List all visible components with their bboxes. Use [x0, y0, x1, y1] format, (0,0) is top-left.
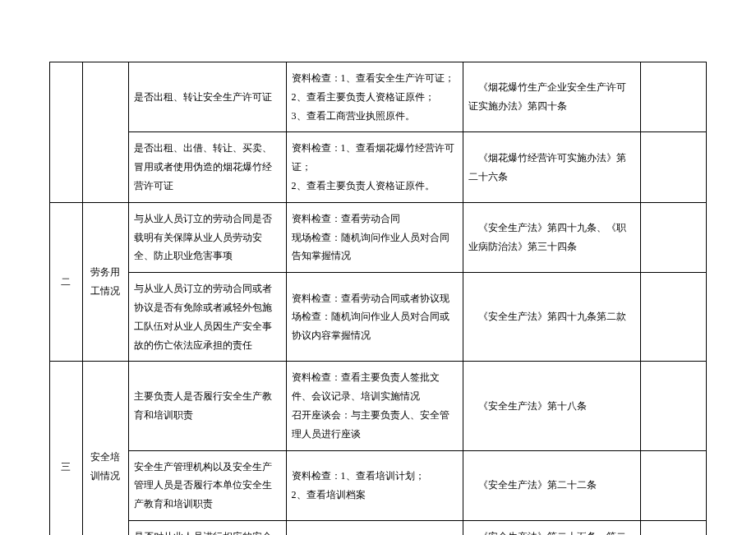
remark-cell [641, 202, 707, 272]
table-row: 是否对从业人员进行相应的安全生产教育和培训 查看培训档案，询问部分从业人员 《安… [50, 520, 707, 535]
inspection-item: 是否出租、出借、转让、买卖、冒用或者使用伪造的烟花爆竹经营许可证 [128, 132, 286, 202]
remark-cell [641, 450, 707, 520]
table-row: 三 安全培训情况 主要负责人是否履行安全生产教育和培训职责 资料检查：查看主要负… [50, 362, 707, 450]
inspection-item: 是否出租、转让安全生产许可证 [128, 62, 286, 132]
inspection-method: 资料检查：1、查看烟花爆竹经营许可证；2、查看主要负责人资格证原件。 [286, 132, 463, 202]
remark-cell [641, 362, 707, 450]
legal-basis: 《安全生产法》第二十二条 [463, 450, 641, 520]
inspection-method: 查看培训档案，询问部分从业人员 [286, 520, 463, 535]
remark-cell [641, 132, 707, 202]
legal-basis: 《安全生产法》第十八条 [463, 362, 641, 450]
inspection-method: 资料检查：查看主要负责人签批文件、会议记录、培训实施情况召开座谈会：与主要负责人… [286, 362, 463, 450]
inspection-table: 是否出租、转让安全生产许可证 资料检查：1、查看安全生产许可证；2、查看主要负责… [49, 62, 707, 535]
row-category: 劳务用工情况 [82, 202, 128, 362]
row-number [50, 62, 83, 203]
remark-cell [641, 62, 707, 132]
inspection-method: 资料检查：1、查看培训计划；2、查看培训档案 [286, 450, 463, 520]
legal-basis: 《烟花爆竹经营许可实施办法》第二十六条 [463, 132, 641, 202]
inspection-item: 与从业人员订立的劳动合同或者协议是否有免除或者减轻外包施工队伍对从业人员因生产安… [128, 273, 286, 362]
legal-basis: 《安全生产法》第四十九条、《职业病防治法》第三十四条 [463, 202, 641, 272]
legal-basis: 《安全生产法》第二十五条、第二十六条 [463, 520, 641, 535]
inspection-item: 安全生产管理机构以及安全生产管理人员是否履行本单位安全生产教育和培训职责 [128, 450, 286, 520]
inspection-method: 资料检查：查看劳动合同或者协议现场检查：随机询问作业人员对合同或协议内容掌握情况 [286, 273, 463, 362]
table-row: 是否出租、转让安全生产许可证 资料检查：1、查看安全生产许可证；2、查看主要负责… [50, 62, 707, 132]
table-row: 安全生产管理机构以及安全生产管理人员是否履行本单位安全生产教育和培训职责 资料检… [50, 450, 707, 520]
table-row: 二 劳务用工情况 与从业人员订立的劳动合同是否载明有关保障从业人员劳动安全、防止… [50, 202, 707, 272]
table-row: 是否出租、出借、转让、买卖、冒用或者使用伪造的烟花爆竹经营许可证 资料检查：1、… [50, 132, 707, 202]
inspection-item: 与从业人员订立的劳动合同是否载明有关保障从业人员劳动安全、防止职业危害事项 [128, 202, 286, 272]
row-number: 三 [50, 362, 83, 535]
inspection-method: 资料检查：1、查看安全生产许可证；2、查看主要负责人资格证原件；3、查看工商营业… [286, 62, 463, 132]
legal-basis: 《烟花爆竹生产企业安全生产许可证实施办法》第四十条 [463, 62, 641, 132]
table-row: 与从业人员订立的劳动合同或者协议是否有免除或者减轻外包施工队伍对从业人员因生产安… [50, 273, 707, 362]
remark-cell [641, 520, 707, 535]
row-category [82, 62, 128, 203]
row-number: 二 [50, 202, 83, 362]
inspection-item: 主要负责人是否履行安全生产教育和培训职责 [128, 362, 286, 450]
inspection-item: 是否对从业人员进行相应的安全生产教育和培训 [128, 520, 286, 535]
remark-cell [641, 273, 707, 362]
legal-basis: 《安全生产法》第四十九条第二款 [463, 273, 641, 362]
inspection-method: 资料检查：查看劳动合同现场检查：随机询问作业人员对合同告知掌握情况 [286, 202, 463, 272]
row-category: 安全培训情况 [82, 362, 128, 535]
